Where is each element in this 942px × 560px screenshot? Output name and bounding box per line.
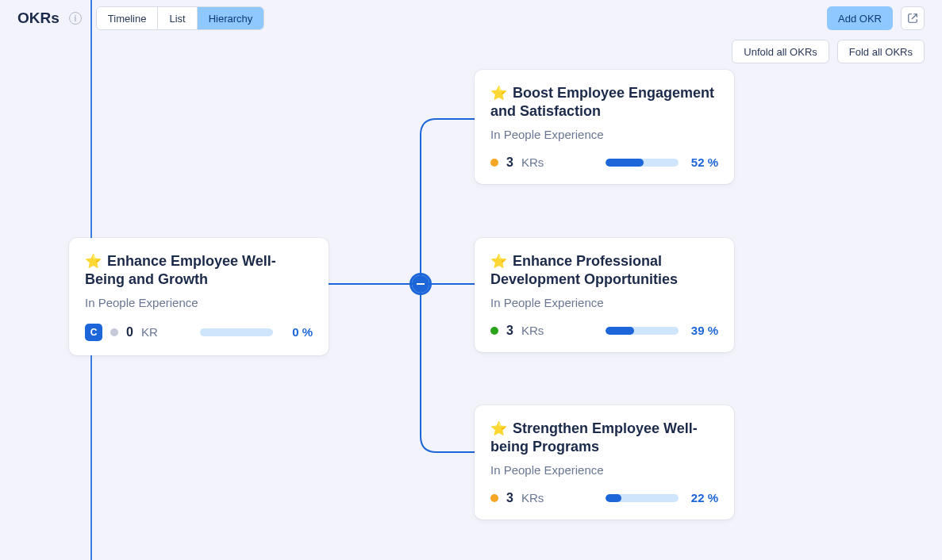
progress-percent: 52 %	[686, 155, 718, 169]
okr-title-text: Enhance Professional Development Opportu…	[490, 253, 678, 287]
kr-count: 3	[506, 491, 513, 505]
okr-department: In People Experience	[490, 296, 718, 309]
progress-percent: 39 %	[686, 324, 718, 337]
okr-card-parent[interactable]: ⭐ Enhance Employee Well-Being and Growth…	[69, 238, 329, 355]
progress-bar	[606, 494, 679, 502]
progress-percent: 0 %	[281, 325, 313, 339]
top-bar: OKRs i Timeline List Hierarchy Add OKR	[0, 0, 942, 36]
status-indicator	[110, 328, 118, 336]
add-okr-button[interactable]: Add OKR	[827, 6, 893, 30]
okr-department: In People Experience	[85, 296, 313, 309]
info-icon[interactable]: i	[69, 12, 82, 25]
hierarchy-actions: Unfold all OKRs Fold all OKRs	[732, 40, 925, 63]
okr-card-child-3[interactable]: ⭐ Strengthen Employee Well-being Program…	[475, 405, 734, 520]
okr-title-text: Enhance Employee Well-Being and Growth	[85, 253, 276, 287]
kr-label: KR	[141, 325, 158, 339]
progress-bar	[200, 328, 273, 336]
progress-percent: 22 %	[686, 491, 718, 504]
view-segmented-control: Timeline List Hierarchy	[96, 6, 265, 30]
tab-hierarchy[interactable]: Hierarchy	[198, 7, 264, 29]
tab-list[interactable]: List	[158, 7, 197, 29]
collapse-toggle[interactable]	[409, 273, 432, 295]
star-icon: ⭐	[85, 254, 102, 269]
okr-title: ⭐ Enhance Employee Well-Being and Growth	[85, 252, 313, 290]
owner-avatar: C	[85, 324, 102, 341]
unfold-all-button[interactable]: Unfold all OKRs	[732, 40, 829, 63]
progress-bar	[606, 159, 679, 167]
okr-department: In People Experience	[490, 128, 718, 141]
status-indicator	[490, 494, 498, 502]
okr-card-child-1[interactable]: ⭐ Boost Employee Engagement and Satisfac…	[475, 70, 734, 184]
kr-label: KRs	[521, 491, 544, 504]
tab-timeline[interactable]: Timeline	[97, 7, 159, 29]
kr-count: 3	[506, 155, 513, 170]
star-icon: ⭐	[490, 421, 507, 436]
status-indicator	[490, 159, 498, 167]
open-external-icon[interactable]	[901, 6, 925, 30]
progress-fill	[606, 494, 621, 502]
progress-fill	[606, 327, 634, 335]
okr-card-child-2[interactable]: ⭐ Enhance Professional Development Oppor…	[475, 238, 734, 352]
okr-title: ⭐ Boost Employee Engagement and Satisfac…	[490, 84, 718, 121]
okr-department: In People Experience	[490, 463, 718, 477]
okr-title-text: Strengthen Employee Well-being Programs	[490, 420, 698, 455]
page-title: OKRs	[17, 10, 60, 27]
kr-count: 3	[506, 324, 513, 338]
kr-label: KRs	[521, 324, 544, 337]
star-icon: ⭐	[490, 254, 507, 269]
progress-bar	[606, 327, 679, 335]
okr-title: ⭐ Enhance Professional Development Oppor…	[490, 252, 718, 290]
kr-count: 0	[126, 325, 133, 339]
star-icon: ⭐	[490, 86, 507, 101]
progress-fill	[606, 159, 644, 167]
fold-all-button[interactable]: Fold all OKRs	[837, 40, 925, 63]
status-indicator	[490, 327, 498, 335]
kr-label: KRs	[521, 155, 544, 169]
okr-title-text: Boost Employee Engagement and Satisfacti…	[490, 85, 714, 119]
okr-title: ⭐ Strengthen Employee Well-being Program…	[490, 420, 718, 457]
